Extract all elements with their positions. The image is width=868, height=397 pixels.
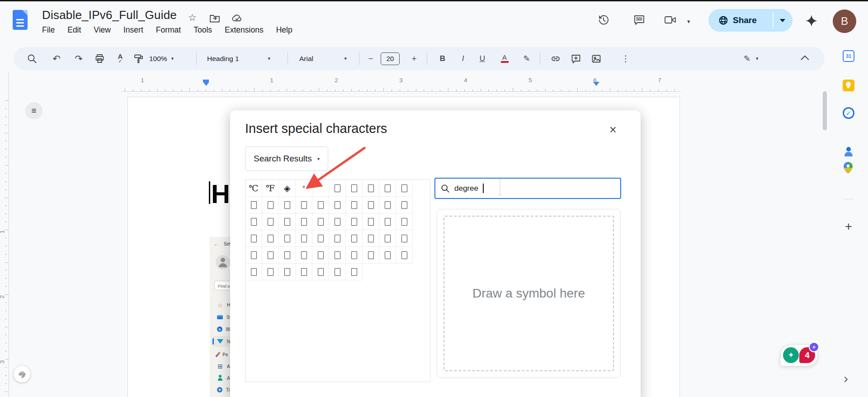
char-cell[interactable] <box>296 247 312 264</box>
left-indent-triangle[interactable] <box>203 82 209 86</box>
char-cell[interactable]: ℃ <box>245 180 262 197</box>
char-cell[interactable] <box>312 197 329 213</box>
menu-edit[interactable]: Edit <box>67 25 81 35</box>
char-cell[interactable] <box>363 197 379 213</box>
tasks-icon[interactable]: ✓ <box>843 107 854 119</box>
editing-mode-select[interactable]: ✎ ▾ <box>744 54 759 64</box>
char-cell[interactable] <box>346 197 363 213</box>
font-size-field[interactable]: 20 <box>381 52 400 65</box>
menu-format[interactable]: Format <box>156 25 181 35</box>
char-cell[interactable] <box>396 197 413 213</box>
char-cell[interactable] <box>363 247 379 264</box>
char-cell[interactable] <box>245 230 262 247</box>
document-outline-button[interactable]: ≡ <box>25 102 42 119</box>
char-cell[interactable] <box>245 247 262 264</box>
show-side-panel-button[interactable]: › <box>844 371 848 386</box>
char-cell[interactable] <box>346 247 363 264</box>
font-size-increase[interactable]: + <box>408 51 420 66</box>
get-add-ons-button[interactable]: + <box>843 220 854 233</box>
gemini-icon[interactable] <box>806 15 817 28</box>
char-cell[interactable] <box>279 230 296 247</box>
menu-view[interactable]: View <box>94 25 111 35</box>
contacts-icon[interactable] <box>843 146 854 158</box>
maps-icon[interactable] <box>843 161 854 173</box>
char-cell[interactable] <box>346 213 363 230</box>
extension-fingerprint-button[interactable] <box>14 366 30 383</box>
undo-button[interactable]: ↶ <box>49 51 64 66</box>
share-dropdown-caret[interactable] <box>780 19 785 22</box>
zoom-select[interactable]: 100% ▾ <box>149 55 174 63</box>
char-cell[interactable] <box>329 247 346 264</box>
char-cell[interactable] <box>312 247 329 264</box>
char-cell[interactable] <box>279 264 296 280</box>
char-cell[interactable] <box>329 213 346 230</box>
char-cell[interactable] <box>396 180 413 197</box>
font-select[interactable]: Arial ▾ <box>299 55 347 63</box>
char-cell[interactable] <box>262 264 279 280</box>
char-cell[interactable] <box>296 264 312 280</box>
char-cell[interactable] <box>296 230 312 247</box>
char-cell[interactable] <box>245 213 262 230</box>
char-cell[interactable] <box>279 247 296 264</box>
bold-button[interactable]: B <box>435 51 450 66</box>
cloud-status-icon[interactable] <box>231 13 243 25</box>
char-cell[interactable] <box>379 213 396 230</box>
char-cell[interactable] <box>396 230 413 247</box>
extension-badge[interactable]: ✦ 4 + <box>780 345 818 366</box>
account-avatar[interactable]: B <box>833 9 856 33</box>
char-cell[interactable] <box>262 230 279 247</box>
calendar-icon[interactable]: 31 <box>843 50 854 62</box>
char-cell[interactable] <box>296 213 312 230</box>
print-button[interactable] <box>92 51 107 66</box>
char-cell[interactable] <box>296 197 312 213</box>
draw-symbol-area[interactable]: Draw a symbol here <box>437 209 621 378</box>
char-cell[interactable] <box>396 213 413 230</box>
char-cell[interactable] <box>245 197 262 213</box>
scrollbar-thumb[interactable] <box>823 91 827 130</box>
char-cell[interactable] <box>262 197 279 213</box>
italic-button[interactable]: I <box>455 51 471 66</box>
char-cell[interactable] <box>329 197 346 213</box>
text-color-button[interactable]: A <box>497 51 512 66</box>
char-cell[interactable] <box>312 213 329 230</box>
char-cell[interactable] <box>346 230 363 247</box>
highlight-button[interactable]: ✎ <box>519 51 534 66</box>
char-cell[interactable] <box>279 213 296 230</box>
menu-tools[interactable]: Tools <box>193 25 212 35</box>
char-cell[interactable] <box>312 230 329 247</box>
char-cell[interactable] <box>396 247 413 264</box>
move-folder-icon[interactable] <box>209 13 220 25</box>
menu-file[interactable]: File <box>42 25 55 35</box>
symbol-search-input[interactable]: degree <box>434 178 621 199</box>
right-indent-marker[interactable] <box>593 82 599 86</box>
char-cell[interactable] <box>363 230 379 247</box>
char-cell[interactable] <box>245 264 262 280</box>
more-options-button[interactable]: ⋮ <box>618 51 633 66</box>
char-cell[interactable] <box>329 264 346 280</box>
document-title[interactable]: Disable_IPv6_Full_Guide <box>42 8 177 22</box>
char-cell[interactable]: ℉ <box>262 180 279 197</box>
paint-format-button[interactable] <box>131 51 146 66</box>
char-cell[interactable] <box>279 197 296 213</box>
char-cell[interactable] <box>379 197 396 213</box>
meet-video-icon[interactable] <box>664 14 677 28</box>
char-cell[interactable] <box>312 264 329 280</box>
font-size-decrease[interactable]: − <box>364 51 377 66</box>
spellcheck-button[interactable]: A ✓ <box>113 51 128 66</box>
menu-help[interactable]: Help <box>276 25 292 35</box>
insert-link-button[interactable] <box>548 51 563 66</box>
star-icon[interactable]: ☆ <box>188 12 197 23</box>
redo-button[interactable]: ↷ <box>71 51 86 66</box>
paragraph-style-select[interactable]: Heading 1 ▾ <box>207 55 270 63</box>
google-docs-logo[interactable] <box>13 10 28 30</box>
search-menus-icon[interactable] <box>24 51 40 66</box>
comments-icon[interactable] <box>633 14 646 28</box>
meet-dropdown-caret[interactable]: ▾ <box>687 18 690 25</box>
char-cell[interactable] <box>262 213 279 230</box>
close-button[interactable]: × <box>604 121 622 138</box>
add-comment-button[interactable] <box>568 51 584 66</box>
left-indent-marker[interactable] <box>203 80 209 86</box>
underline-button[interactable]: U <box>475 51 490 66</box>
hide-menus-button[interactable] <box>798 51 813 66</box>
char-cell[interactable] <box>379 230 396 247</box>
